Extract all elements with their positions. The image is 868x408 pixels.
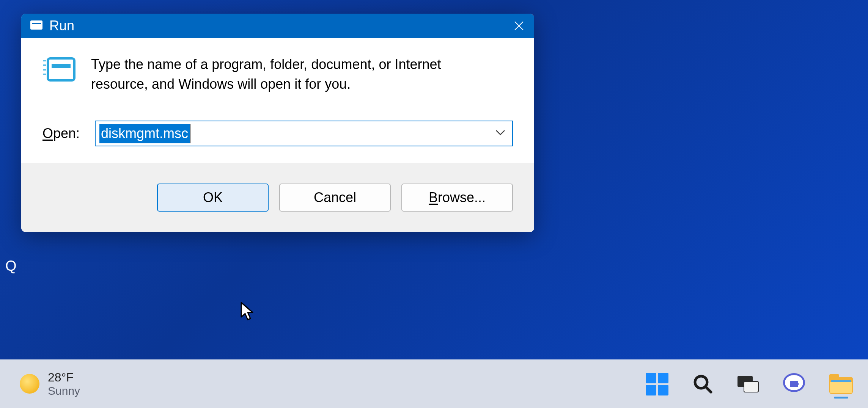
svg-rect-5	[52, 64, 71, 68]
cancel-button[interactable]: Cancel	[279, 184, 391, 212]
chevron-down-icon[interactable]	[495, 130, 505, 137]
open-input-value[interactable]: diskmgmt.msc	[99, 124, 190, 143]
browse-button[interactable]: Browse...	[401, 184, 513, 212]
ok-button[interactable]: OK	[157, 184, 269, 212]
close-button[interactable]	[504, 14, 534, 38]
run-icon	[30, 20, 42, 31]
start-button[interactable]	[646, 373, 668, 395]
file-explorer-icon	[829, 374, 853, 394]
dialog-footer: OK Cancel Browse...	[21, 163, 534, 232]
dialog-body: Type the name of a program, folder, docu…	[21, 38, 534, 163]
search-icon	[693, 374, 713, 394]
task-view-icon	[737, 376, 759, 392]
taskbar: 28°F Sunny	[0, 359, 868, 408]
cursor-icon	[240, 302, 256, 324]
weather-widget[interactable]: 28°F Sunny	[20, 370, 80, 397]
weather-temperature: 28°F	[48, 370, 80, 384]
run-icon-large	[42, 56, 76, 85]
windows-logo-icon	[646, 373, 668, 395]
svg-rect-4	[48, 58, 74, 80]
sun-icon	[20, 374, 39, 394]
titlebar[interactable]: Run	[21, 14, 534, 38]
chat-icon	[783, 373, 805, 395]
svg-line-7	[706, 387, 711, 392]
task-view-button[interactable]	[737, 376, 759, 392]
open-combobox[interactable]: diskmgmt.msc	[95, 121, 513, 146]
dialog-title: Run	[49, 18, 74, 34]
svg-rect-1	[32, 23, 41, 24]
dialog-description: Type the name of a program, folder, docu…	[91, 55, 463, 94]
partial-offscreen-text: Q	[5, 258, 17, 274]
weather-condition: Sunny	[48, 384, 80, 398]
svg-rect-0	[31, 21, 42, 29]
search-button[interactable]	[693, 374, 713, 394]
open-label: Open:	[42, 126, 84, 141]
file-explorer-button[interactable]	[829, 374, 853, 394]
run-dialog: Run Type the name of a program, folder, …	[21, 14, 534, 232]
chat-button[interactable]	[783, 373, 805, 395]
